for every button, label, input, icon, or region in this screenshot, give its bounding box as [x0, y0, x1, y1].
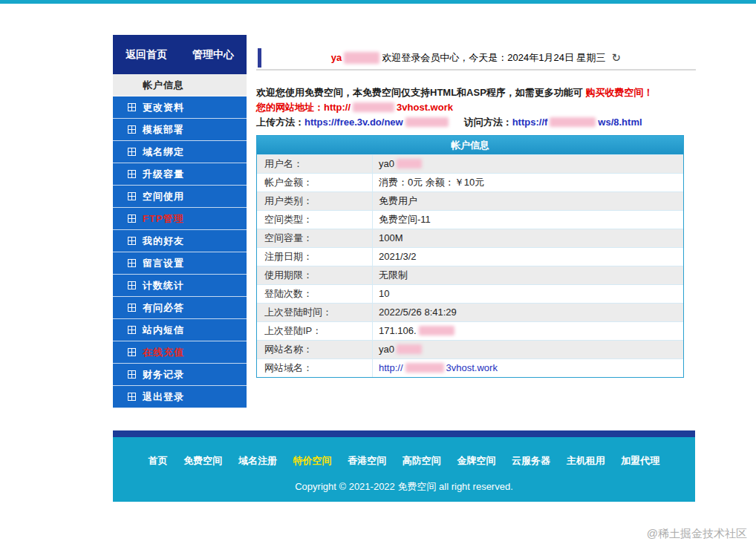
- row-value-text: ya0: [379, 158, 394, 169]
- visit-url-link[interactable]: https://f: [512, 117, 548, 128]
- row-value-text: 100M: [379, 232, 403, 243]
- visit-method-label: 访问方法：: [464, 117, 512, 128]
- row-value-text: 10: [379, 288, 389, 299]
- site-address-label: 您的网站地址：: [256, 102, 324, 113]
- row-label: 网站名称：: [257, 341, 372, 358]
- sidebar-item-label: 在线充值: [143, 346, 184, 359]
- copyright: Copyright © 2021-2022 免费空间 all right res…: [113, 480, 695, 494]
- sidebar-item-label: 空间使用: [143, 190, 184, 203]
- redacted-url: [353, 102, 394, 112]
- sidebar-item[interactable]: 在线充值: [113, 341, 247, 364]
- username-text: ya: [331, 52, 342, 63]
- sidebar-item[interactable]: FTP管理: [113, 208, 247, 230]
- top-border: [0, 0, 756, 4]
- footer-link[interactable]: 金牌空间: [457, 455, 495, 466]
- sidebar-header: 返回首页 管理中心: [113, 35, 247, 74]
- row-value: 2021/3/2: [372, 248, 683, 266]
- table-title: 帐户信息: [257, 136, 683, 154]
- sidebar-item[interactable]: 财务记录: [113, 364, 247, 386]
- footer-link[interactable]: 免费空间: [183, 455, 222, 466]
- row-label: 使用期限：: [257, 266, 372, 284]
- upload-method-label: 上传方法：: [256, 117, 304, 128]
- sidebar-item-label: 升级容量: [143, 168, 184, 181]
- sidebar-item[interactable]: 升级容量: [113, 163, 247, 186]
- row-label: 登陆次数：: [257, 285, 372, 303]
- row-value-text: 无限制: [379, 269, 408, 281]
- table-row: 上次登陆IP： 171.106.: [257, 321, 683, 340]
- row-label: 空间容量：: [257, 229, 372, 247]
- sidebar-menu: 帐户信息 更改资料 模板部署 域名绑定: [113, 74, 247, 408]
- row-value: 无限制: [372, 266, 683, 284]
- footer-top-bar: [113, 430, 695, 437]
- footer-link[interactable]: 云服务器: [512, 455, 550, 466]
- sidebar-item[interactable]: 我的好友: [113, 230, 247, 252]
- footer-link[interactable]: 加盟代理: [621, 455, 659, 466]
- row-value: 2022/5/26 8:41:29: [372, 304, 683, 321]
- row-label: 上次登陆时间：: [257, 304, 372, 321]
- grid-icon: [128, 170, 136, 178]
- grid-icon: [128, 214, 136, 223]
- table-row: 上次登陆时间： 2022/5/26 8:41:29: [257, 303, 683, 321]
- sidebar-item-label: 计数统计: [143, 279, 184, 292]
- notice-text: 欢迎您使用免费空间，本免费空间仅支持HTML和ASP程序，如需更多功能可: [256, 87, 585, 98]
- notice-line-2: 您的网站地址：http://3vhost.work: [256, 100, 696, 115]
- row-value-text: 消费：0元 余额：￥10元: [379, 177, 484, 188]
- row-value-text: http://: [379, 362, 403, 373]
- sidebar-item-label: 财务记录: [143, 368, 184, 381]
- sidebar-item[interactable]: 模板部署: [113, 119, 247, 141]
- row-value-text: 171.106.: [379, 325, 417, 336]
- sidebar-item[interactable]: 计数统计: [113, 275, 247, 297]
- footer-link[interactable]: 主机租用: [567, 455, 605, 466]
- notice-line-3: 上传方法：https://free.3v.do/new访问方法：https://…: [256, 115, 696, 130]
- sidebar-item-label: 留言设置: [143, 257, 184, 270]
- sidebar-item[interactable]: 帐户信息: [113, 74, 247, 96]
- row-value: ya0: [372, 155, 683, 173]
- sidebar-item[interactable]: 域名绑定: [113, 141, 247, 163]
- row-value: 免费用户: [372, 192, 683, 210]
- sidebar-item[interactable]: 站内短信: [113, 319, 247, 341]
- footer-link[interactable]: 域名注册: [238, 455, 277, 466]
- table-row: 空间类型： 免费空间-11: [257, 210, 683, 229]
- redacted-value: [397, 159, 422, 168]
- row-value: 171.106.: [372, 322, 683, 340]
- sidebar-item[interactable]: 空间使用: [113, 186, 247, 208]
- refresh-icon[interactable]: ↻: [612, 52, 622, 63]
- admin-center-link[interactable]: 管理中心: [192, 48, 234, 62]
- home-link[interactable]: 返回首页: [126, 48, 167, 62]
- row-label: 用户名：: [257, 155, 372, 173]
- grid-icon: [128, 192, 136, 200]
- row-label: 注册日期：: [257, 248, 372, 266]
- row-value: 100M: [372, 229, 683, 247]
- footer: 首页 免费空间 域名注册 特价空间 香港空间 高防空间 金牌空间 云服务器 主机…: [113, 437, 695, 502]
- footer-link[interactable]: 香港空间: [348, 455, 386, 466]
- redacted-visit-url: [550, 117, 596, 127]
- row-label: 帐户金额：: [257, 174, 372, 191]
- upload-url-link[interactable]: https://free.3v.do/new: [304, 117, 403, 128]
- sidebar-item-label: 更改资料: [143, 101, 184, 114]
- row-value-text: 2021/3/2: [379, 251, 417, 262]
- site-url-suffix: 3vhost.work: [397, 102, 453, 113]
- sidebar-item[interactable]: 留言设置: [113, 252, 247, 275]
- grid-icon: [128, 237, 136, 245]
- row-value-text: 免费用户: [379, 195, 417, 206]
- sidebar-item[interactable]: 退出登录: [113, 386, 247, 408]
- page: 返回首页 管理中心 帐户信息 更改资料 模板部署: [0, 0, 756, 547]
- table-row: 空间容量： 100M: [257, 229, 683, 247]
- footer-link[interactable]: 特价空间: [293, 455, 332, 466]
- sidebar-item[interactable]: 更改资料: [113, 96, 247, 119]
- grid-icon: [128, 326, 136, 334]
- sidebar-item-label: FTP管理: [143, 212, 184, 226]
- redacted-upload-url: [405, 117, 449, 127]
- table-rows: 用户名： ya0 帐户金额： 消费：0元 余额：￥10元 用户类别： 免费用户: [257, 154, 683, 377]
- footer-link[interactable]: 首页: [149, 455, 168, 466]
- table-row: 网站名称： ya0: [257, 340, 683, 358]
- sidebar-item[interactable]: 有问必答: [113, 297, 247, 319]
- footer-link[interactable]: 高防空间: [403, 455, 441, 466]
- buy-paid-space-link[interactable]: 购买收费空间！: [585, 87, 653, 98]
- table-row: 网站域名： http://3vhost.work: [257, 358, 683, 377]
- grid-icon: [128, 148, 136, 156]
- redacted-value: [397, 344, 422, 354]
- grid-icon: [128, 304, 136, 312]
- grid-icon: [128, 103, 136, 111]
- site-url-prefix: http://: [324, 102, 351, 113]
